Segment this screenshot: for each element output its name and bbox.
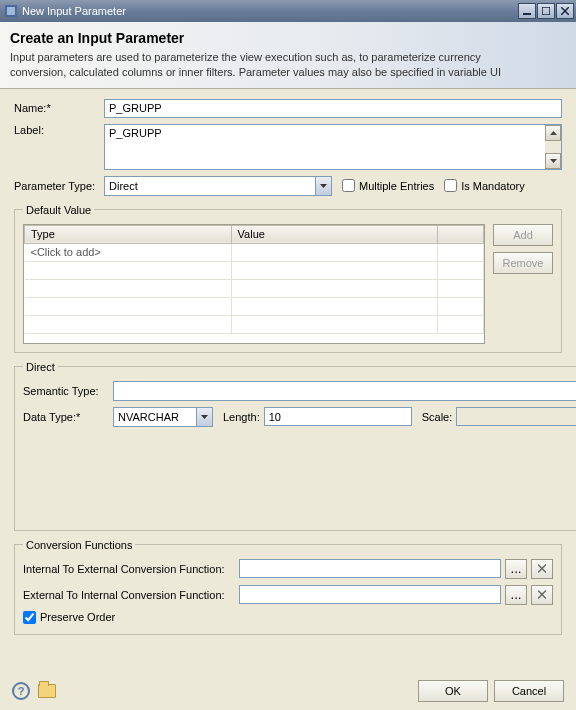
col-value[interactable]: Value (231, 225, 438, 243)
int-to-ext-browse-button[interactable]: ... (505, 559, 527, 579)
scroll-down-button[interactable] (545, 153, 561, 169)
close-button[interactable] (556, 3, 574, 19)
x-icon (538, 590, 546, 599)
label-label: Label: (14, 124, 104, 136)
length-label: Length: (223, 411, 260, 423)
banner-description: Input parameters are used to parameteriz… (10, 50, 530, 80)
multiple-entries-label: Multiple Entries (359, 180, 434, 192)
folder-icon[interactable] (38, 684, 56, 698)
parameter-type-value: Direct (105, 180, 315, 192)
window-icon (4, 4, 18, 18)
x-icon (538, 564, 546, 573)
table-row (25, 261, 484, 279)
svg-marker-10 (201, 415, 208, 419)
svg-rect-1 (7, 7, 15, 15)
data-type-value: NVARCHAR (114, 411, 196, 423)
col-type[interactable]: Type (25, 225, 232, 243)
minimize-button[interactable] (518, 3, 536, 19)
default-value-table[interactable]: Type Value <Click to add> (23, 224, 485, 344)
table-row-placeholder: <Click to add> (25, 243, 484, 261)
direct-group: Direct Semantic Type: Data Type:* NVARCH… (14, 361, 576, 531)
name-input[interactable] (104, 99, 562, 118)
maximize-button[interactable] (537, 3, 555, 19)
default-value-group: Default Value Type Value <Click to add> (14, 204, 562, 353)
preserve-order-label: Preserve Order (40, 611, 115, 623)
is-mandatory-label: Is Mandatory (461, 180, 525, 192)
label-scrollbar[interactable] (545, 125, 561, 169)
svg-rect-2 (523, 13, 531, 15)
ok-button[interactable]: OK (418, 680, 488, 702)
direct-legend: Direct (23, 361, 58, 373)
label-input[interactable]: P_GRUPP (105, 125, 545, 169)
parameter-type-select[interactable]: Direct (104, 176, 332, 196)
scroll-up-button[interactable] (545, 125, 561, 141)
int-to-ext-clear-button[interactable] (531, 559, 553, 579)
remove-button[interactable]: Remove (493, 252, 553, 274)
table-row (25, 297, 484, 315)
click-to-add-cell[interactable]: <Click to add> (25, 243, 232, 261)
table-row (25, 279, 484, 297)
svg-rect-3 (542, 7, 550, 15)
chevron-down-icon (196, 408, 212, 426)
semantic-type-select[interactable] (113, 381, 576, 401)
scale-input (456, 407, 576, 426)
titlebar: New Input Parameter (0, 0, 576, 22)
add-button[interactable]: Add (493, 224, 553, 246)
scale-label: Scale: (422, 411, 453, 423)
svg-marker-6 (550, 131, 557, 135)
ext-to-int-label: External To Internal Conversion Function… (23, 589, 235, 601)
preserve-order-checkbox[interactable]: Preserve Order (23, 611, 115, 624)
data-type-label: Data Type:* (23, 411, 113, 423)
multiple-entries-checkbox[interactable]: Multiple Entries (342, 179, 434, 192)
is-mandatory-checkbox[interactable]: Is Mandatory (444, 179, 525, 192)
banner-heading: Create an Input Parameter (10, 30, 566, 46)
int-to-ext-label: Internal To External Conversion Function… (23, 563, 235, 575)
col-empty (438, 225, 484, 243)
window-title: New Input Parameter (22, 5, 517, 17)
semantic-type-label: Semantic Type: (23, 385, 113, 397)
banner: Create an Input Parameter Input paramete… (0, 22, 576, 89)
ext-to-int-clear-button[interactable] (531, 585, 553, 605)
table-row (25, 315, 484, 333)
data-type-select[interactable]: NVARCHAR (113, 407, 213, 427)
svg-marker-8 (320, 184, 327, 188)
default-value-legend: Default Value (23, 204, 94, 216)
length-input[interactable] (264, 407, 412, 426)
int-to-ext-input[interactable] (239, 559, 501, 578)
conversion-legend: Conversion Functions (23, 539, 135, 551)
ext-to-int-input[interactable] (239, 585, 501, 604)
cancel-button[interactable]: Cancel (494, 680, 564, 702)
parameter-type-label: Parameter Type: (14, 180, 104, 192)
conversion-functions-group: Conversion Functions Internal To Externa… (14, 539, 562, 635)
chevron-down-icon (315, 177, 331, 195)
help-icon[interactable]: ? (12, 682, 30, 700)
ext-to-int-browse-button[interactable]: ... (505, 585, 527, 605)
svg-marker-7 (550, 159, 557, 163)
name-label: Name:* (14, 102, 104, 114)
